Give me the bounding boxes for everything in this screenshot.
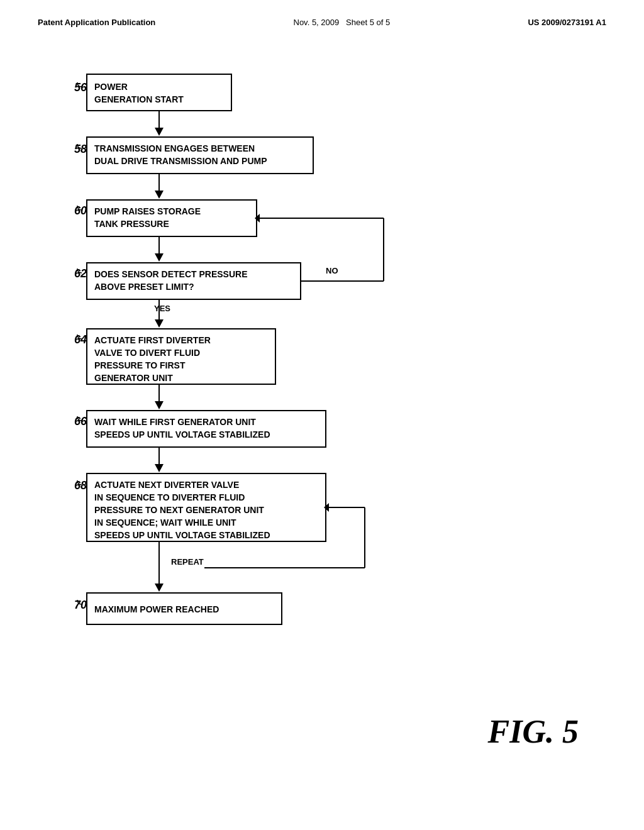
text-680-line4: IN SEQUENCE; WAIT WHILE UNIT [94, 517, 236, 528]
arrowhead-640-660 [155, 401, 164, 409]
box-580 [87, 137, 313, 174]
text-640-line3: PRESSURE TO FIRST [94, 360, 186, 370]
arrowhead-620-640 [155, 319, 164, 328]
text-660-line2: SPEEDS UP UNTIL VOLTAGE STABILIZED [94, 429, 270, 440]
text-640-line2: VALVE TO DIVERT FLUID [94, 348, 200, 358]
box-620 [87, 263, 301, 299]
text-580-line1: TRANSMISSION ENGAGES BETWEEN [94, 143, 255, 153]
text-680-line2: IN SEQUENCE TO DIVERTER FLUID [94, 492, 245, 502]
header-date: Nov. 5, 2009 [294, 18, 340, 27]
header-date-sheet: Nov. 5, 2009 Sheet 5 of 5 [294, 18, 391, 27]
arrowhead-repeat-700 [155, 584, 164, 592]
flowchart-svg: 560 POWER GENERATION START 580 TRANSMISS… [31, 40, 597, 763]
text-600-line2: TANK PRESSURE [94, 219, 169, 229]
yes-label: YES [154, 304, 170, 313]
text-560-line2: GENERATION START [94, 94, 184, 104]
text-640-line1: ACTUATE FIRST DIVERTER [94, 335, 211, 345]
text-680-line3: PRESSURE TO NEXT GENERATOR UNIT [94, 505, 264, 515]
header-sheet: Sheet 5 of 5 [346, 18, 390, 27]
text-560-line1: POWER [94, 82, 128, 92]
box-560 [87, 74, 231, 111]
arrowhead-560-580 [155, 128, 164, 136]
header-publication: Patent Application Publication [38, 18, 155, 27]
text-700: MAXIMUM POWER REACHED [94, 604, 219, 614]
no-label: NO [326, 266, 338, 275]
text-620-line1: DOES SENSOR DETECT PRESSURE [94, 269, 248, 279]
fig-label: FIG. 5 [488, 713, 579, 750]
repeat-label: REPEAT [171, 557, 204, 567]
box-660 [87, 411, 326, 447]
text-600-line1: PUMP RAISES STORAGE [94, 206, 201, 216]
text-660-line1: WAIT WHILE FIRST GENERATOR UNIT [94, 417, 256, 427]
header-patent-number: US 2009/0273191 A1 [528, 18, 606, 27]
text-620-line2: ABOVE PRESET LIMIT? [94, 282, 194, 292]
text-640-line4: GENERATOR UNIT [94, 373, 173, 383]
arrowhead-600-620 [155, 253, 164, 262]
page-header: Patent Application Publication Nov. 5, 2… [0, 0, 644, 27]
box-600 [87, 200, 257, 236]
arrowhead-580-600 [155, 191, 164, 199]
text-680-line1: ACTUATE NEXT DIVERTER VALVE [94, 480, 239, 490]
text-680-line5: SPEEDS UP UNTIL VOLTAGE STABILIZED [94, 530, 270, 540]
text-580-line2: DUAL DRIVE TRANSMISSION AND PUMP [94, 156, 267, 166]
arrowhead-660-680 [155, 464, 164, 472]
page: Patent Application Publication Nov. 5, 2… [0, 0, 644, 830]
